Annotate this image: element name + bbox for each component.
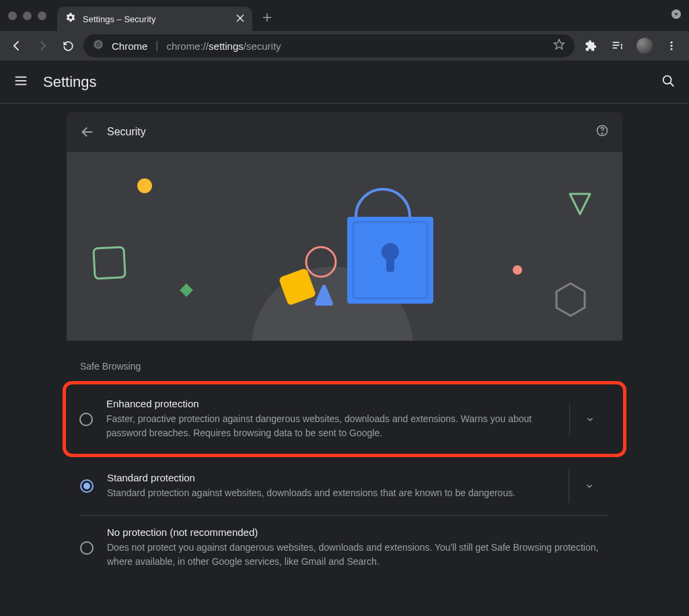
svg-point-21	[663, 75, 672, 83]
svg-point-27	[137, 178, 152, 193]
svg-point-8	[97, 43, 100, 46]
browser-toolbar: Chrome | chrome://settings/security	[0, 31, 689, 61]
option-no-protection[interactable]: No protection (not recommended) Does not…	[80, 515, 609, 580]
svg-rect-10	[613, 42, 620, 43]
browser-tab[interactable]: Settings – Security	[57, 7, 252, 31]
reload-button[interactable]	[58, 36, 78, 56]
svg-marker-9	[554, 40, 565, 49]
hamburger-menu-button[interactable]	[13, 73, 30, 91]
option-desc: Standard protection against websites, do…	[107, 486, 555, 500]
svg-marker-39	[556, 283, 585, 316]
tab-overflow-icon[interactable]	[672, 9, 681, 22]
extensions-button[interactable]	[580, 35, 602, 57]
option-text: No protection (not recommended) Does not…	[107, 526, 609, 569]
chevron-down-icon	[585, 415, 595, 424]
option-desc: Faster, proactive protection against dan…	[106, 412, 556, 440]
window-controls	[8, 11, 46, 20]
help-icon[interactable]	[595, 124, 609, 140]
option-title: Standard protection	[107, 472, 555, 483]
bookmark-star-icon[interactable]	[553, 38, 565, 53]
svg-rect-11	[613, 44, 620, 46]
option-standard-protection[interactable]: Standard protection Standard protection …	[67, 457, 622, 515]
expand-standard-protection[interactable]	[569, 469, 609, 503]
menu-button[interactable]	[661, 35, 682, 57]
reading-list-button[interactable]	[607, 35, 628, 57]
radio-standard-protection[interactable]	[80, 479, 94, 493]
new-tab-button[interactable]	[262, 11, 273, 26]
safe-browsing-label: Safe Browsing	[67, 341, 622, 381]
option-title: Enhanced protection	[106, 398, 556, 409]
minimize-window-button[interactable]	[23, 11, 32, 20]
radio-no-protection[interactable]	[80, 541, 94, 555]
omnibox-url: chrome://settings/security	[167, 40, 281, 52]
security-panel: Security	[67, 112, 622, 580]
option-text: Standard protection Standard protection …	[107, 472, 555, 500]
gear-icon	[65, 12, 76, 26]
back-button[interactable]	[7, 36, 27, 56]
option-desc: Does not protect you against dangerous w…	[107, 541, 609, 569]
svg-rect-14	[621, 46, 622, 49]
content-area: Security	[0, 104, 689, 580]
close-window-button[interactable]	[8, 11, 17, 20]
svg-point-15	[670, 41, 672, 43]
svg-rect-28	[94, 247, 125, 279]
chevron-down-icon	[585, 481, 594, 491]
maximize-window-button[interactable]	[38, 11, 46, 20]
address-bar[interactable]: Chrome | chrome://settings/security	[83, 34, 575, 57]
close-tab-button[interactable]	[236, 13, 244, 24]
omnibox-app-label: Chrome	[112, 40, 147, 52]
section-header: Security	[67, 112, 622, 152]
svg-marker-38	[570, 194, 590, 214]
tab-title: Settings – Security	[83, 14, 229, 24]
svg-rect-36	[386, 254, 394, 272]
svg-marker-13	[620, 44, 622, 46]
svg-point-17	[670, 48, 672, 50]
omnibox-separator: |	[155, 40, 158, 52]
security-illustration	[67, 152, 622, 341]
option-text: Enhanced protection Faster, proactive pr…	[106, 398, 556, 440]
illustration-svg	[67, 152, 622, 341]
svg-rect-29	[180, 283, 193, 297]
titlebar: Settings – Security	[0, 0, 689, 31]
highlight-enhanced-protection: Enhanced protection Faster, proactive pr…	[63, 381, 626, 457]
section-title: Security	[107, 126, 583, 138]
option-title: No protection (not recommended)	[107, 526, 609, 538]
search-settings-button[interactable]	[661, 73, 676, 91]
chrome-icon	[93, 39, 104, 53]
svg-point-16	[670, 44, 672, 46]
settings-header: Settings	[0, 61, 689, 104]
svg-rect-12	[613, 48, 618, 49]
svg-point-37	[513, 265, 522, 275]
app-title: Settings	[43, 73, 647, 91]
svg-line-22	[670, 82, 674, 85]
svg-point-25	[602, 133, 602, 134]
radio-enhanced-protection[interactable]	[79, 413, 93, 426]
section-back-button[interactable]	[80, 125, 95, 139]
expand-enhanced-protection[interactable]	[569, 403, 610, 436]
profile-avatar[interactable]	[634, 35, 655, 57]
forward-button[interactable]	[32, 36, 52, 56]
option-enhanced-protection[interactable]: Enhanced protection Faster, proactive pr…	[70, 384, 619, 454]
